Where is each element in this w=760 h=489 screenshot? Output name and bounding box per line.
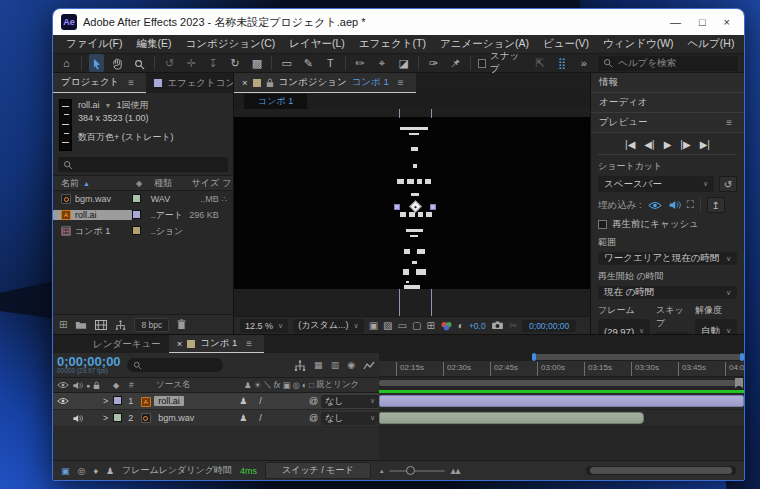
column-path[interactable]: フ: [222, 177, 233, 190]
snap-options-icon[interactable]: ⇱: [533, 54, 548, 72]
play-button[interactable]: ▶: [664, 139, 672, 150]
dolly-camera-tool-icon[interactable]: ↧: [206, 54, 221, 72]
tab-close-icon[interactable]: ×: [177, 338, 183, 349]
viewer-comp-chip[interactable]: コンポ 1: [244, 94, 307, 109]
exposure-icon[interactable]: ◐: [458, 320, 464, 331]
range-dropdown[interactable]: ワークエリアと現在の時間 ∨: [598, 252, 737, 265]
previous-frame-button[interactable]: ◀|: [644, 139, 654, 150]
audio-panel-header[interactable]: オーディオ: [591, 93, 744, 113]
project-item-bgm[interactable]: bgm.wav WAV ..MB ∴: [53, 191, 233, 207]
minimize-button[interactable]: —: [670, 16, 681, 28]
draft-quality-icon[interactable]: ♦: [93, 466, 98, 476]
show-snapshot-icon[interactable]: ✂: [509, 320, 517, 331]
work-area-bar[interactable]: [379, 380, 742, 386]
close-button[interactable]: ×: [724, 16, 730, 28]
eraser-tool-icon[interactable]: ◪: [396, 54, 411, 72]
layer-label-chip[interactable]: [113, 413, 122, 422]
new-composition-icon[interactable]: [95, 320, 107, 330]
zoom-tool-icon[interactable]: [132, 54, 147, 72]
panel-menu-icon[interactable]: ≡: [394, 77, 408, 88]
tab-composition[interactable]: × コンポジション コンポ 1 ≡: [234, 73, 416, 93]
zoom-slider-track[interactable]: [389, 470, 445, 472]
layer-duration-bar-bgm[interactable]: [379, 412, 644, 424]
reset-shortcut-button[interactable]: ↺: [719, 176, 737, 192]
menu-composition[interactable]: コンポジション(C): [178, 37, 282, 51]
composite-toggle-icon[interactable]: ▣: [61, 466, 70, 476]
zoom-out-mountain-icon[interactable]: ▲: [379, 468, 385, 474]
maximize-button[interactable]: □: [699, 16, 706, 28]
project-search-input[interactable]: [58, 157, 228, 172]
clone-stamp-tool-icon[interactable]: ⌖: [374, 54, 389, 72]
frame-blending-icon[interactable]: ▥: [331, 360, 340, 370]
text-tool-icon[interactable]: T: [323, 54, 338, 72]
column-type[interactable]: 種類: [154, 177, 188, 190]
live-update-icon[interactable]: ◎: [78, 466, 86, 476]
label-color-chip[interactable]: [132, 194, 141, 203]
tab-effect-controls[interactable]: エフェクトコントロール roll.ai: [146, 77, 233, 90]
interpret-footage-icon[interactable]: ⊞: [59, 319, 67, 330]
menu-layer[interactable]: レイヤー(L): [282, 37, 352, 51]
timeline-horizontal-scrollbar[interactable]: [586, 466, 736, 475]
rotation-tool-icon[interactable]: ↻: [228, 54, 243, 72]
snapshot-camera-icon[interactable]: [491, 321, 504, 330]
panel-menu-icon[interactable]: ≡: [124, 77, 138, 88]
play-from-dropdown[interactable]: 現在 の時間 ∨: [598, 286, 737, 299]
composition-viewer[interactable]: [234, 109, 590, 316]
export-preview-icon[interactable]: ↥: [707, 197, 725, 213]
pen-tool-icon[interactable]: ✎: [301, 54, 316, 72]
toolbar-overflow[interactable]: »: [576, 54, 591, 72]
panel-menu-icon[interactable]: ≡: [722, 117, 736, 128]
layer-label-chip[interactable]: [113, 396, 122, 405]
include-audio-speaker-icon[interactable]: [668, 200, 681, 210]
framerate-dropdown[interactable]: (29.97) ∨: [598, 319, 650, 334]
layer-expand-arrow[interactable]: >: [103, 413, 113, 423]
label-color-chip[interactable]: [132, 210, 141, 219]
preview-panel-header[interactable]: プレビュー ≡: [591, 113, 744, 133]
navigator-end-cap[interactable]: [740, 353, 744, 361]
selection-tool-icon[interactable]: [89, 54, 104, 72]
source-name-column[interactable]: ソース名: [156, 379, 244, 391]
include-overlays-icon[interactable]: ⛶︎: [687, 199, 694, 211]
orbit-camera-tool-icon[interactable]: ↺: [162, 54, 177, 72]
parent-dropdown[interactable]: なし ∨: [321, 395, 379, 408]
tab-timeline-comp[interactable]: × コンポ 1 ≡: [169, 335, 265, 353]
magnification-dropdown[interactable]: 12.5 % ∨: [240, 319, 288, 333]
first-frame-button[interactable]: |◀: [625, 139, 635, 150]
pickwhip-icon[interactable]: @: [309, 413, 318, 423]
layer-quality-toggle[interactable]: /: [259, 413, 262, 423]
zoom-in-mountain-icon[interactable]: ▲▲: [449, 466, 459, 476]
layer-name[interactable]: roll.ai: [154, 396, 184, 406]
layer-name[interactable]: bgm.wav: [154, 413, 198, 423]
menu-help[interactable]: ヘルプ(H): [681, 37, 742, 51]
mini-flowchart-icon[interactable]: [294, 360, 306, 371]
region-of-interest-icon[interactable]: ▭: [398, 320, 407, 331]
shape-tool-icon[interactable]: ▭: [279, 54, 294, 72]
panel-menu-icon[interactable]: ≡: [242, 338, 256, 349]
tab-render-queue[interactable]: レンダーキュー: [53, 338, 169, 351]
hide-shy-icon[interactable]: ♟: [106, 466, 114, 476]
color-depth-button[interactable]: 8 bpc: [134, 318, 169, 332]
column-name[interactable]: 名前 ▲: [53, 177, 136, 190]
item-dropdown-icon[interactable]: ▼: [105, 99, 112, 112]
time-ruler[interactable]: 02:15s 02:30s 02:45s 03:00s 03:15s 03:30…: [379, 361, 744, 377]
shortcut-dropdown[interactable]: スペースバー ∨: [598, 176, 714, 192]
current-timecode[interactable]: 0;00;00;00: [57, 356, 121, 367]
layer-row-1[interactable]: > 1 A roll.ai ♟ / @ なし ∨: [53, 393, 379, 410]
switches-modes-button[interactable]: スイッチ / モード: [265, 462, 371, 479]
timeline-search-input[interactable]: [127, 358, 223, 372]
pickwhip-icon[interactable]: @: [309, 396, 318, 406]
new-folder-icon[interactable]: [75, 320, 87, 330]
motion-blur-icon[interactable]: ◉: [347, 360, 355, 370]
home-icon[interactable]: ⌂: [59, 54, 74, 72]
parent-link-column[interactable]: 親とリンク: [316, 379, 379, 391]
tab-project[interactable]: プロジェクト ≡: [53, 73, 146, 93]
roto-brush-tool-icon[interactable]: ✑: [426, 54, 441, 72]
timeline-navigator-scrollbar[interactable]: [379, 353, 744, 361]
layer-shy-toggle[interactable]: ♟: [239, 413, 247, 423]
pan-camera-tool-icon[interactable]: ✛: [184, 54, 199, 72]
toggle-rulers-icon[interactable]: ⊞: [426, 320, 434, 331]
menu-edit[interactable]: 編集(E): [129, 37, 178, 51]
selection-handle-left[interactable]: [394, 204, 400, 210]
project-flowchart-icon[interactable]: [115, 320, 126, 330]
next-frame-button[interactable]: |▶: [680, 139, 690, 150]
